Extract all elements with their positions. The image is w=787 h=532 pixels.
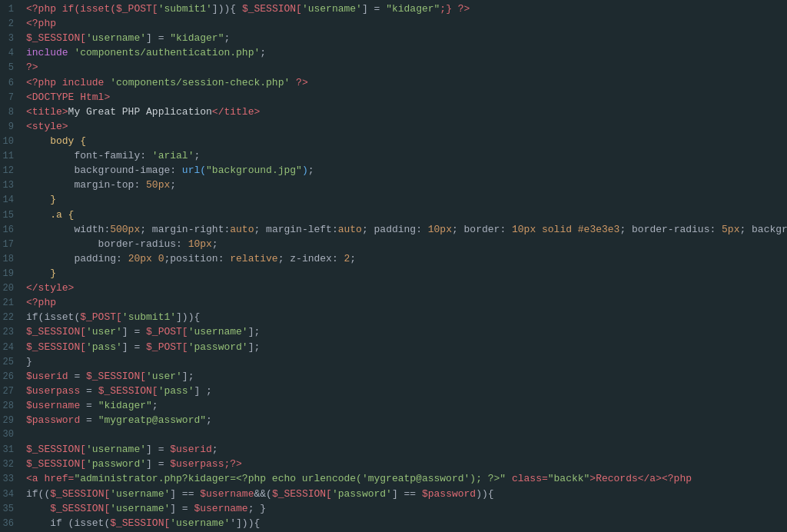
token: ; } [248,503,266,514]
line-number: 14 [0,193,23,208]
token: "kidager" [98,400,152,411]
code-line: 30 [0,427,787,442]
token: ; border: [452,224,512,235]
token: $_SESSION[ [26,326,86,337]
token: "mygreatp@assword" [98,414,206,426]
token: include [26,47,74,58]
token: ; [212,238,218,250]
code-editor: 1<?php if(isset($_POST['submit1'])){ $_S… [0,0,787,532]
token: = [80,400,98,411]
token: ] == [170,488,200,500]
token: $_SESSION[ [98,385,158,397]
token: $_SESSION[ [86,371,146,382]
line-content: } [23,354,787,369]
line-content: <DOCTYPE Html> [23,90,787,105]
line-number: 36 [0,517,23,531]
token: ] = [362,3,386,15]
token: ); ?>" [470,473,506,484]
line-content: <style> [23,119,787,134]
line-number: 35 [0,502,23,517]
code-line: 17 border-radius: 10px; [0,237,787,251]
code-line: 23$_SESSION['user'] = $_POST['username']… [0,324,787,339]
code-line: 2<?php [0,16,787,31]
line-number: 29 [0,414,23,428]
token: 'password' [332,488,392,500]
line-number: 23 [0,325,23,340]
token: ?> [26,62,38,73]
token: #e3e3e3 [578,224,620,235]
token: "kidager" [170,32,224,44]
code-line: 1<?php if(isset($_POST['submit1'])){ $_S… [0,2,787,16]
token: $_SESSION[ [110,517,170,529]
token: 'components/authentication.php' [74,47,260,58]
code-line: 12 background-image: url("background.jpg… [0,163,787,178]
token: .a { [26,209,74,221]
code-line: 24$_SESSION['pass'] = $_POST['password']… [0,340,787,354]
token: $username [26,400,80,411]
code-line: 6<?php include 'components/session-check… [0,75,787,90]
token: ]; [182,371,194,382]
token: background-image: [26,165,182,176]
token: ] = [146,458,170,470]
token: width: [26,224,110,235]
token: 'pass' [86,341,122,353]
token: $_SESSION[ [26,32,86,44]
token: $_SESSION[ [236,3,302,15]
line-content: } [23,192,787,207]
line-number: 15 [0,208,23,223]
line-number: 7 [0,91,23,105]
token: $password [26,414,80,426]
token: } [26,194,56,205]
code-line: 31$_SESSION['username'] = $userid; [0,442,787,457]
token: $userid [170,444,212,455]
token: ; border-radius: [619,224,722,235]
line-number: 5 [0,61,23,75]
token: body { [26,135,86,147]
line-number: 30 [0,427,23,442]
token: 'pass' [158,385,194,397]
token: </style> [26,282,74,294]
token: ] = [122,326,146,337]
line-content: ?> [23,60,787,75]
line-content: $userid = $_SESSION['user']; [23,369,787,384]
code-line: 34if(($_SESSION['username'] == $username… [0,487,787,501]
line-content: $_SESSION['pass'] = $_POST['password']; [23,340,787,354]
token: <?php include [26,77,104,88]
line-content: if(isset($_POST['submit1'])){ [23,310,787,324]
line-number: 1 [0,2,23,17]
token: if(isset( [26,311,80,323]
token: "backk" [548,473,590,484]
code-line: 22if(isset($_POST['submit1'])){ [0,310,787,324]
line-number: 19 [0,267,23,281]
token: ; [350,253,356,264]
token: 'submit1' [158,3,212,15]
token: )){ [476,488,493,500]
token: ] = [146,32,170,44]
code-line: 9<style> [0,119,787,134]
token: } [26,356,32,367]
token: ; [194,150,200,161]
token: $_SESSION[ [26,341,86,353]
line-number: 13 [0,178,23,193]
token: 5px [722,224,739,235]
token: ) [302,165,308,176]
line-content: <?php [23,16,787,31]
line-content: $username = "kidager"; [23,398,787,413]
token: 'mygreatp@assword' [362,473,470,484]
token: $_POST[ [146,326,188,337]
line-number: 22 [0,311,23,325]
line-number: 9 [0,120,23,135]
line-content: $password = "mygreatp@assword"; [23,413,787,427]
line-content: padding: 20px 0;position: relative; z-in… [23,251,787,266]
line-content: <a href="administrator.php?kidager=<?php… [23,471,787,486]
token: ; margin-left: [254,224,337,235]
line-content: $userpass = $_SESSION['pass'] ; [23,384,787,398]
code-line: 5?> [0,60,787,75]
token: &&( [254,488,271,500]
code-line: 7<DOCTYPE Html> [0,90,787,105]
line-number: 21 [0,296,23,311]
token: $_SESSION[ [26,503,110,514]
token: <title> [26,106,68,118]
code-line: 10 body { [0,134,787,148]
token: auto [338,224,362,235]
